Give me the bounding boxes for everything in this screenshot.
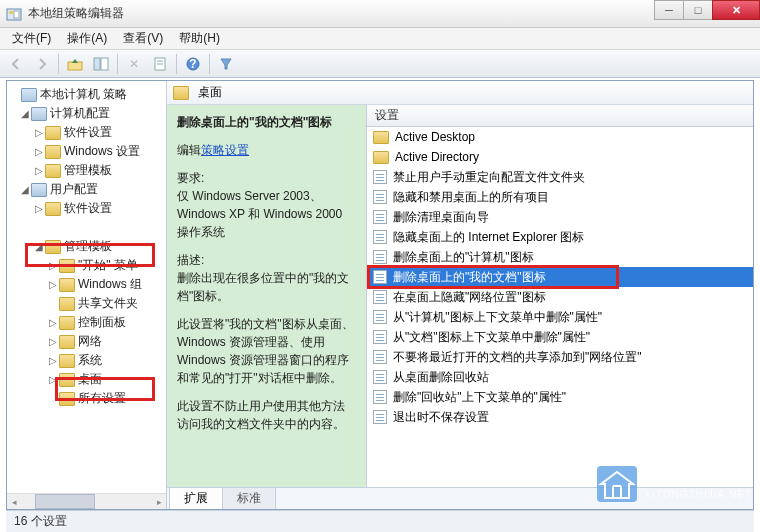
menu-file[interactable]: 文件(F) bbox=[4, 28, 59, 49]
help-button[interactable]: ? bbox=[181, 53, 205, 75]
tab-extended[interactable]: 扩展 bbox=[169, 487, 223, 509]
list-item[interactable]: 删除桌面上的"计算机"图标 bbox=[367, 247, 753, 267]
settings-list: 设置 Active Desktop Active Directory 禁止用户手… bbox=[367, 105, 753, 487]
policy-icon bbox=[21, 88, 37, 102]
list-item[interactable]: 在桌面上隐藏"网络位置"图标 bbox=[367, 287, 753, 307]
show-hide-tree-button[interactable] bbox=[89, 53, 113, 75]
forward-button[interactable] bbox=[30, 53, 54, 75]
description-panel: 删除桌面上的"我的文档"图标 编辑策略设置 要求:仅 Windows Serve… bbox=[167, 105, 367, 487]
policy-icon bbox=[373, 170, 387, 184]
svg-rect-2 bbox=[14, 11, 19, 18]
list-item[interactable]: 隐藏桌面上的 Internet Explorer 图标 bbox=[367, 227, 753, 247]
list-item[interactable]: 从"计算机"图标上下文菜单中删除"属性" bbox=[367, 307, 753, 327]
list-item[interactable]: 禁止用户手动重定向配置文件文件夹 bbox=[367, 167, 753, 187]
menu-action[interactable]: 操作(A) bbox=[59, 28, 115, 49]
list-item[interactable]: Active Desktop bbox=[367, 127, 753, 147]
config-icon bbox=[31, 183, 47, 197]
folder-icon bbox=[45, 145, 61, 159]
minimize-button[interactable]: ─ bbox=[654, 0, 684, 20]
tree-computer-config[interactable]: ◢计算机配置 bbox=[7, 104, 166, 123]
list-item[interactable]: Active Directory bbox=[367, 147, 753, 167]
svg-rect-5 bbox=[101, 58, 108, 70]
policy-icon bbox=[373, 330, 387, 344]
svg-rect-1 bbox=[9, 11, 13, 14]
list-item[interactable]: 退出时不保存设置 bbox=[367, 407, 753, 427]
close-button[interactable]: ✕ bbox=[712, 0, 760, 20]
tree-item[interactable]: ▷系统 bbox=[7, 351, 166, 370]
tree-item[interactable]: ▷控制面板 bbox=[7, 313, 166, 332]
main-pane: 桌面 删除桌面上的"我的文档"图标 编辑策略设置 要求:仅 Windows Se… bbox=[167, 81, 753, 509]
folder-icon bbox=[59, 373, 75, 387]
titlebar: 本地组策略编辑器 ─ □ ✕ bbox=[0, 0, 760, 28]
list-item[interactable]: 从"文档"图标上下文菜单中删除"属性" bbox=[367, 327, 753, 347]
folder-icon bbox=[59, 316, 75, 330]
folder-icon bbox=[59, 297, 75, 311]
delete-button[interactable]: ✕ bbox=[122, 53, 146, 75]
filter-button[interactable] bbox=[214, 53, 238, 75]
folder-icon bbox=[59, 259, 75, 273]
tree-item[interactable]: ▷管理模板 bbox=[7, 161, 166, 180]
tab-standard[interactable]: 标准 bbox=[222, 487, 276, 509]
back-button[interactable] bbox=[4, 53, 28, 75]
tree-item[interactable]: 所有设置 bbox=[7, 389, 166, 408]
tree-item[interactable]: ▷软件设置 bbox=[7, 199, 166, 218]
window-title: 本地组策略编辑器 bbox=[28, 5, 655, 22]
list-item-selected[interactable]: 删除桌面上的"我的文档"图标 bbox=[367, 267, 753, 287]
tree-root[interactable]: 本地计算机 策略 bbox=[7, 85, 166, 104]
svg-rect-3 bbox=[68, 62, 82, 70]
tree-user-config[interactable]: ◢用户配置 bbox=[7, 180, 166, 199]
policy-icon bbox=[373, 390, 387, 404]
tree-item[interactable]: ▷软件设置 bbox=[7, 123, 166, 142]
policy-icon bbox=[373, 370, 387, 384]
tree-item[interactable]: ▷网络 bbox=[7, 332, 166, 351]
policy-icon bbox=[373, 290, 387, 304]
policy-icon bbox=[373, 310, 387, 324]
content: 本地计算机 策略 ◢计算机配置 ▷软件设置 ▷Windows 设置 ▷管理模板 … bbox=[6, 80, 754, 510]
menu-view[interactable]: 查看(V) bbox=[115, 28, 171, 49]
list-item[interactable]: 不要将最近打开的文档的共享添加到"网络位置" bbox=[367, 347, 753, 367]
folder-icon bbox=[59, 278, 75, 292]
maximize-button[interactable]: □ bbox=[683, 0, 713, 20]
tree-item[interactable]: ▷Windows 设置 bbox=[7, 142, 166, 161]
view-tabs: 扩展 标准 bbox=[167, 487, 753, 509]
app-icon bbox=[6, 6, 22, 22]
folder-icon bbox=[45, 126, 61, 140]
policy-title: 删除桌面上的"我的文档"图标 bbox=[177, 113, 356, 131]
folder-icon bbox=[59, 335, 75, 349]
tree-admin-templates[interactable]: ◢管理模板 bbox=[7, 237, 166, 256]
tree-item[interactable]: 共享文件夹 bbox=[7, 294, 166, 313]
folder-icon bbox=[45, 164, 61, 178]
folder-icon bbox=[45, 202, 61, 216]
tree-item[interactable]: ▷Windows 组 bbox=[7, 275, 166, 294]
tree-item[interactable]: ▷"开始" 菜单 bbox=[7, 256, 166, 275]
main-header-title: 桌面 bbox=[198, 84, 222, 101]
list-item[interactable]: 隐藏和禁用桌面上的所有项目 bbox=[367, 187, 753, 207]
list-item[interactable]: 删除清理桌面向导 bbox=[367, 207, 753, 227]
up-button[interactable] bbox=[63, 53, 87, 75]
folder-icon bbox=[373, 131, 389, 144]
policy-icon bbox=[373, 190, 387, 204]
menubar: 文件(F) 操作(A) 查看(V) 帮助(H) bbox=[0, 28, 760, 50]
policy-icon bbox=[373, 210, 387, 224]
policy-icon bbox=[373, 270, 387, 284]
tree-pane: 本地计算机 策略 ◢计算机配置 ▷软件设置 ▷Windows 设置 ▷管理模板 … bbox=[7, 81, 167, 509]
config-icon bbox=[31, 107, 47, 121]
folder-icon bbox=[373, 151, 389, 164]
list-item[interactable]: 删除"回收站"上下文菜单的"属性" bbox=[367, 387, 753, 407]
policy-icon bbox=[373, 350, 387, 364]
list-item[interactable]: 从桌面删除回收站 bbox=[367, 367, 753, 387]
status-text: 16 个设置 bbox=[14, 513, 67, 530]
tree-desktop[interactable]: ▷桌面 bbox=[7, 370, 166, 389]
svg-text:?: ? bbox=[189, 57, 196, 71]
list-column-header[interactable]: 设置 bbox=[367, 105, 753, 127]
policy-icon bbox=[373, 250, 387, 264]
edit-policy-link[interactable]: 策略设置 bbox=[201, 143, 249, 157]
properties-button[interactable] bbox=[148, 53, 172, 75]
policy-icon bbox=[373, 410, 387, 424]
toolbar: ✕ ? bbox=[0, 50, 760, 78]
tree-h-scrollbar[interactable]: ◂▸ bbox=[7, 493, 166, 509]
menu-help[interactable]: 帮助(H) bbox=[171, 28, 228, 49]
policy-icon bbox=[373, 230, 387, 244]
svg-rect-4 bbox=[94, 58, 100, 70]
main-header: 桌面 bbox=[167, 81, 753, 105]
